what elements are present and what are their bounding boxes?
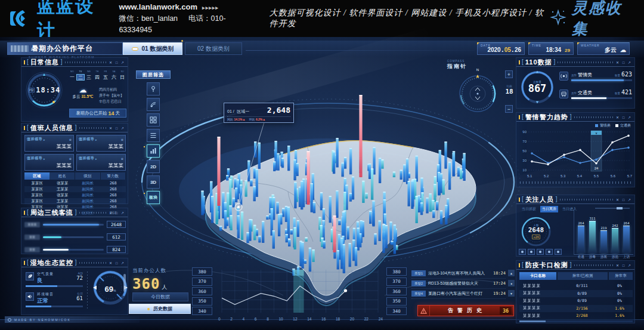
panel-checkpoint: [防疫卡口检测]✕ □ ↗ 卡口名称 异常/已检测 异常率 某某某某0/3110…: [516, 260, 635, 323]
panel-header-icons[interactable]: ✕ □ ↗: [616, 60, 632, 64]
alert-row[interactable]: 类型4某路口有小汽车连闯三个红灯19:24: [411, 289, 506, 299]
header-detect[interactable]: 异常/已检测: [558, 272, 608, 280]
checkpoint-rows: 某某某某0/3110%某某某某0/890%某某某某0/890%某某某某2/156…: [519, 282, 633, 320]
panel-header-icons[interactable]: ✕ □ ↗: [616, 263, 632, 267]
layer-btn-bars[interactable]: [147, 144, 160, 158]
compass-dial[interactable]: [456, 69, 500, 113]
scroll-dot-icon[interactable]: ●: [508, 280, 515, 286]
focus-bar[interactable]: 219涉黑: [600, 226, 608, 254]
compass-widget: COMPASS 指南针 N + − 比例 18: [447, 60, 516, 124]
alert-row[interactable]: 类型1湿地3-104片区有不明人员闯入18:24: [411, 269, 506, 279]
calendar-day[interactable]: TH四: [93, 70, 101, 81]
duty-leader-card[interactable]: 值班领导▸⊗某某某: [76, 154, 126, 171]
focus-count-ring: 人数 2648 +24: [520, 215, 552, 248]
tab-data-category-2[interactable]: 02 数据类别: [185, 42, 242, 55]
calendar-day[interactable]: SA六: [110, 70, 118, 81]
tooltip-index: 01 /: [227, 109, 234, 113]
scrollbar-thumb[interactable]: [123, 274, 126, 292]
map-tooltip: 01 / 区域一 2,648 同比 14.1%▲ 环比 6.2%▲: [224, 103, 294, 123]
focus-bar[interactable]: 311涉毒: [589, 217, 596, 254]
layer-btn-grid[interactable]: [147, 113, 160, 127]
inspiration-collect[interactable]: 灵感收集: [549, 0, 632, 39]
analog-clock: PM 18:34: [25, 71, 63, 109]
week-calendar: MO一TU二WE三TH四FR五SA六SU日: [68, 70, 126, 81]
tool-icon-3[interactable]: [537, 249, 544, 255]
panel-header-icons[interactable]: ✕ □ ↗: [109, 211, 125, 215]
layer-btn-板块[interactable]: 板块: [147, 191, 160, 204]
layer-btn-2D[interactable]: 2D: [147, 160, 160, 173]
checkpoint-row[interactable]: 某某某某2/2681.6%: [519, 312, 633, 320]
focus-bar[interactable]: 242涉恐: [611, 224, 619, 254]
scrollbar[interactable]: [519, 320, 633, 322]
topbar-divider: [246, 50, 475, 51]
checkpoint-row[interactable]: 某某某某0/890%: [519, 290, 633, 298]
legend-item[interactable]: 交通类: [615, 123, 631, 128]
panel-header-icons[interactable]: ✕ □ ↗: [109, 261, 125, 265]
tool-icon-1[interactable]: [519, 249, 526, 255]
history-data-button[interactable]: 历史数据: [129, 304, 191, 314]
calendar-day[interactable]: WE三: [85, 70, 93, 81]
calendar-day[interactable]: MO一: [68, 70, 76, 81]
focus-bar[interactable]: 264在逃: [577, 221, 585, 254]
tool-icon-4[interactable]: [546, 249, 553, 255]
scroll-down-icon[interactable]: ▼: [508, 290, 515, 297]
calendar-day[interactable]: TU二: [76, 70, 85, 81]
today-data-button[interactable]: 今日数据: [132, 292, 188, 301]
duty-leader-card[interactable]: 值班领导▸⊗某某某: [76, 135, 126, 152]
zoom-in-button[interactable]: +: [505, 70, 513, 78]
office-line-chart[interactable]: [216, 267, 384, 316]
layer-btn-radar[interactable]: [147, 98, 160, 111]
duty-table-row[interactable]: 某某区张某某副局长268: [24, 180, 126, 186]
duty-table-row[interactable]: 某某区王某某副局长268: [24, 198, 126, 204]
aqi-value: 72: [76, 275, 83, 281]
tab-captured-today[interactable]: 当日抓获: [520, 206, 538, 212]
calendar-day[interactable]: FR五: [101, 70, 110, 81]
tab-left-today[interactable]: 当日离所: [540, 206, 558, 212]
collect-label: 灵感收集: [572, 0, 632, 39]
mini-slider[interactable]: [595, 208, 630, 209]
website-url[interactable]: www.lanlanwork.com: [119, 2, 197, 11]
panel-header-icons[interactable]: ✕ □ ↗: [109, 126, 125, 130]
tool-icon-2[interactable]: [528, 249, 535, 255]
header-rate[interactable]: 异常率: [609, 272, 633, 280]
checkpoint-row[interactable]: 某某某某0/3110%: [519, 282, 633, 290]
office-x-axis: 024681012141618202224: [218, 317, 383, 321]
time-display: TIME 18:34 29: [528, 42, 574, 55]
layer-btn-3D[interactable]: 3D: [147, 175, 160, 189]
services-list: 大数据可视化设计 / 软件界面设计 / 网站建设 / 手机及小程序设计 / 软件…: [269, 8, 549, 29]
tool-icon-5[interactable]: [555, 249, 562, 255]
alarm-history-banner[interactable]: 告警历史 36: [417, 305, 514, 316]
legend-item[interactable]: 警情类: [595, 123, 611, 128]
ring-delta: +24: [532, 235, 540, 239]
duty-leader-card[interactable]: 值班领导▸⊗某某某: [24, 135, 74, 152]
checkpoint-row[interactable]: 某某某某2/1561.6%: [519, 305, 633, 313]
layer-btn-pin[interactable]: [147, 82, 160, 95]
x-tick-label: 5.4: [577, 174, 582, 178]
duty-leader-card[interactable]: 值班领导▸⊗某某某: [24, 154, 74, 171]
up-arrow-icon: ▲: [262, 118, 265, 121]
zoom-out-button[interactable]: −: [505, 105, 513, 113]
eco-gauge-unit: %: [113, 289, 116, 292]
scroll-up-icon[interactable]: ▲: [508, 270, 515, 276]
trend-line-chart[interactable]: 9070503010∨24: [519, 128, 633, 174]
made-by-watermark: MADE BY NEHOMMICOK: [5, 316, 140, 323]
lunar-calendar: 闰四月初四庚子年【鼠年】辛巳月 己巳日: [99, 87, 124, 105]
calendar-day[interactable]: SU日: [118, 70, 126, 81]
header-name[interactable]: 卡口名称: [519, 272, 556, 280]
panel-header-icons[interactable]: ✕ □ ↗: [109, 60, 125, 64]
alert-row[interactable]: 类型2RD13-53烟感报警疑似火灾17:24: [411, 279, 506, 289]
duty-table-header: 区域姓名级别警力数: [24, 172, 126, 180]
layer-btn-list[interactable]: [147, 129, 160, 142]
decibel-value: 61: [76, 295, 83, 301]
checkpoint-row[interactable]: 某某某某0/890%: [519, 297, 633, 305]
duty-table-row[interactable]: 某某区张某某副局长268: [24, 192, 126, 198]
x-tick-label: 18: [336, 317, 340, 321]
duty-table-row[interactable]: 某某区王某某副局长268: [24, 186, 126, 192]
tab-data-category-1[interactable]: 01 数据类别: [123, 42, 182, 55]
panel-header-icons[interactable]: ✕ □ ↗: [616, 198, 632, 202]
focus-bar[interactable]: 264上访: [623, 221, 630, 254]
clock-meridiem: PM: [28, 88, 35, 92]
tab-label: 数据类别: [150, 45, 174, 53]
alert-time: 19:24: [493, 291, 506, 296]
panel-header-icons[interactable]: ✕ □ ↗: [616, 115, 632, 119]
